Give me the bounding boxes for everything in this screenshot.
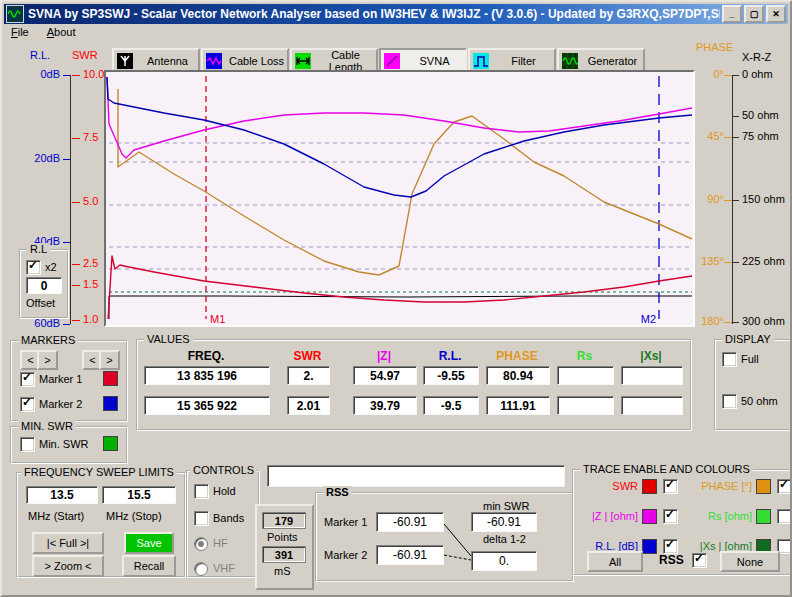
black-min-swr-trace [109,296,692,319]
values-cell-xs-row1[interactable] [621,366,683,385]
display-full-label: Full [741,353,759,365]
rl-x2-label: x2 [45,261,57,273]
full-span-button[interactable]: |< Full >| [32,532,104,554]
marker1-color-swatch[interactable] [103,371,118,386]
hold-label: Hold [213,485,236,497]
values-cell-xs-row2[interactable] [621,396,683,415]
min-swr-color-swatch[interactable] [103,436,118,451]
rl-offset-group: R.L x2 0 Offset [19,249,69,319]
display-group: DISPLAY Full 50 ohm [714,339,792,431]
vhf-radio[interactable] [194,562,208,576]
hf-radio[interactable] [194,537,208,551]
rss-delta-field[interactable]: 0. [471,551,537,571]
axis-tick [63,242,70,243]
values-cell-r-l-row2[interactable]: -9.5 [423,396,479,415]
ms-label: mS [274,565,291,577]
values-legend: VALUES [144,333,193,345]
min-swr-checkbox[interactable] [20,437,35,452]
message-textbox[interactable] [267,465,565,487]
chart-plot-area[interactable]: M1M2 [104,70,695,327]
markers-legend: MARKERS [18,334,78,346]
display-full-checkbox[interactable] [722,352,737,367]
axis-tick-label: 75 ohm [742,130,779,142]
trace-swatch-phase[interactable] [756,479,771,494]
trace-rss-checkbox[interactable] [692,553,707,568]
rl-curve [107,77,692,197]
close-button[interactable]: ✕ [766,5,786,23]
freq-stop-label: MHz (Stop) [106,510,162,522]
values-cell-phase-row2[interactable]: 111.91 [486,396,550,415]
marker2-next-button[interactable]: > [99,350,120,370]
zoom-span-button[interactable]: > Zoom < [32,555,104,577]
values-cell-freq-row2[interactable]: 15 365 922 [144,396,270,415]
window-title: SVNA by SP3SWJ - Scalar Vector Network A… [28,7,720,21]
application-window: SVNA by SP3SWJ - Scalar Vector Network A… [0,0,792,597]
toolbar-button-label: Antenna [137,55,198,67]
axis-tick [72,264,80,265]
hold-checkbox[interactable] [194,484,209,499]
values-cell-freq-row1[interactable]: 13 835 196 [144,366,270,385]
axis-tick [63,159,70,160]
maximize-button[interactable]: ▢ [744,5,764,23]
rl-offset-input[interactable]: 0 [26,277,62,294]
axis-tick-label: 10.0 [83,68,104,80]
trace-all-button[interactable]: All [587,551,643,572]
values-cell-rs-row1[interactable] [557,366,614,385]
rss-marker1-field[interactable]: -60.91 [376,512,444,532]
rss-marker2-field[interactable]: -60.91 [376,545,444,565]
trace-none-button[interactable]: None [720,551,780,572]
toolbar-button-label: SVNA [404,55,465,67]
axis-tick-label: 45° [707,130,724,142]
axis-tick [733,262,739,263]
bands-checkbox[interactable] [194,511,209,526]
axis-tick-label: 20dB [34,152,60,164]
title-bar[interactable]: SVNA by SP3SWJ - Scalar Vector Network A… [4,4,788,24]
axis-tick-label: 90° [707,193,724,205]
values-cell-swr-row1[interactable]: 2. [287,366,330,385]
display-50ohm-checkbox[interactable] [722,394,737,409]
trace-checkbox-rs-ohm[interactable] [777,509,792,524]
right-axis-phase-header: PHASE [696,41,733,53]
values-cell-rs-row2[interactable] [557,396,614,415]
rss-min-swr-field[interactable]: -60.91 [471,512,537,532]
rl-x2-checkbox[interactable] [26,260,41,275]
values-group: VALUES FREQ.13 835 19615 365 922SWR2.2.0… [136,339,692,431]
minimize-button[interactable]: _ [722,5,742,23]
values-cell-r-l-row1[interactable]: -9.55 [423,366,479,385]
freq-sweep-legend: FREQUENCY SWEEP LIMITS [21,466,177,478]
trace-label-rs-ohm: Rs [ohm] [688,510,752,522]
axis-tick-label: 50 ohm [742,109,779,121]
recall-button[interactable]: Recall [122,555,176,577]
menu-file[interactable]: File [11,26,29,42]
min-swr-legend: MIN. SWR [18,420,76,432]
axis-tick-label: 0dB [40,68,60,80]
rss-delta-label: delta 1-2 [483,533,526,545]
trace-swatch-swr[interactable] [642,479,657,494]
axis-tick [724,322,732,323]
marker1-checkbox[interactable] [20,372,35,387]
values-cell-z-row1[interactable]: 54.97 [353,366,417,385]
axis-tick-label: 1.5 [83,278,98,290]
cable-length-icon [295,53,311,69]
trace-checkbox-z-ohm[interactable] [663,509,678,524]
trace-checkbox-swr[interactable] [663,479,678,494]
trace-checkbox-r-l-db[interactable] [663,539,678,554]
trace-swatch-z-ohm[interactable] [642,509,657,524]
marker2-color-swatch[interactable] [103,396,118,411]
values-cell-swr-row2[interactable]: 2.01 [287,396,330,415]
marker2-checkbox[interactable] [20,397,35,412]
save-button[interactable]: Save [124,532,174,554]
trace-enable-group: TRACE ENABLE AND COLOURS SWRPHASE [°]|Z … [572,469,792,576]
freq-stop-input[interactable]: 15.5 [102,486,176,504]
values-cell-phase-row1[interactable]: 80.94 [486,366,550,385]
axis-tick-label: 5.0 [83,195,98,207]
marker-label-m2: M2 [641,313,656,325]
marker1-next-button[interactable]: > [37,350,58,370]
trace-swatch-r-l-db[interactable] [642,539,657,554]
menu-about[interactable]: About [47,26,76,42]
values-cell-z-row2[interactable]: 39.79 [353,396,417,415]
right-axis-xrz-header: X-R-Z [742,51,771,63]
freq-start-input[interactable]: 13.5 [26,486,98,504]
trace-checkbox-phase[interactable] [777,479,792,494]
trace-swatch-rs-ohm[interactable] [756,509,771,524]
